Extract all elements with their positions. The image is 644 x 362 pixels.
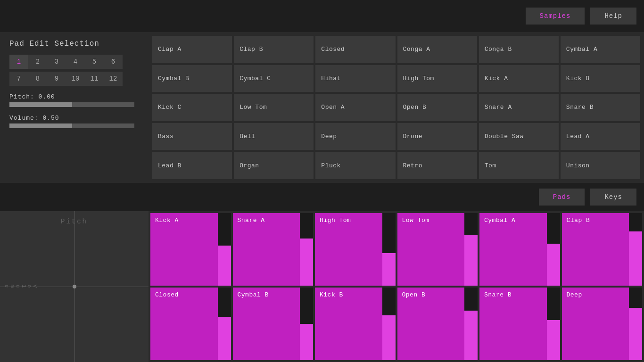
- drum-pad-slider-fill: [464, 235, 478, 286]
- drum-pad-slider-fill: [382, 315, 396, 360]
- drum-pad-slider: [464, 288, 478, 360]
- drum-pad-kick-b[interactable]: Kick B: [315, 288, 396, 360]
- pad-num-5[interactable]: 5: [85, 55, 104, 69]
- drum-pad-label: Open B: [402, 291, 473, 298]
- pad-num-1[interactable]: 1: [9, 55, 28, 69]
- sound-cell-low-tom[interactable]: Low Tom: [234, 94, 314, 121]
- sound-cell-cymbal-c[interactable]: Cymbal C: [234, 65, 314, 92]
- drum-pad-low-tom[interactable]: Low Tom: [397, 213, 478, 286]
- drum-pad-slider-fill: [464, 311, 478, 360]
- sound-cell-organ[interactable]: Organ: [234, 152, 314, 179]
- drum-pad-cymbal-a[interactable]: Cymbal A: [479, 213, 560, 286]
- pads-button[interactable]: Pads: [539, 189, 585, 206]
- pad-num-12[interactable]: 12: [104, 72, 123, 86]
- sound-cell-hihat[interactable]: Hihat: [315, 65, 395, 92]
- drum-pad-label: Low Tom: [402, 217, 473, 224]
- pad-num-6[interactable]: 6: [104, 55, 123, 69]
- sound-cell-pluck[interactable]: Pluck: [315, 152, 395, 179]
- sound-cell-deep[interactable]: Deep: [315, 123, 395, 150]
- sound-cell-lead-b[interactable]: Lead B: [152, 152, 232, 179]
- keys-button[interactable]: Keys: [590, 189, 636, 206]
- sound-cell-open-a[interactable]: Open A: [315, 94, 395, 121]
- pad-numbers-row2: 7 8 9 10 11 12: [9, 72, 139, 86]
- sound-cell-conga-a[interactable]: Conga A: [397, 36, 477, 63]
- sound-cell-retro[interactable]: Retro: [397, 152, 477, 179]
- drum-pad-snare-b[interactable]: Snare B: [479, 288, 560, 360]
- drum-pad-slider: [464, 213, 478, 286]
- main-layout: Pad Edit Selection 1 2 3 4 5 6 7 8 9 10 …: [0, 32, 644, 183]
- sound-cell-clap-b[interactable]: Clap B: [234, 36, 314, 63]
- drum-pad-slider-fill: [300, 324, 313, 360]
- drum-pad-high-tom[interactable]: High Tom: [315, 213, 396, 286]
- sound-cell-clap-a[interactable]: Clap A: [152, 36, 232, 63]
- drum-pad-slider: [382, 288, 396, 360]
- sound-cell-kick-a[interactable]: Kick A: [479, 65, 559, 92]
- pitch-slider-fill: [9, 102, 72, 107]
- drum-pad-slider-fill: [629, 308, 642, 360]
- pad-edit-title: Pad Edit Selection: [9, 40, 139, 48]
- samples-button[interactable]: Samples: [526, 8, 585, 25]
- sound-cell-drone[interactable]: Drone: [397, 123, 477, 150]
- pad-num-11[interactable]: 11: [85, 72, 104, 86]
- drum-pad-slider-fill: [547, 320, 560, 360]
- drum-pad-slider: [547, 213, 560, 286]
- drum-pad-slider: [547, 288, 560, 360]
- pad-num-2[interactable]: 2: [28, 55, 47, 69]
- pad-num-7[interactable]: 7: [9, 72, 28, 86]
- drum-pad-label: Snare A: [238, 217, 309, 224]
- drum-pad-slider-fill: [547, 244, 560, 286]
- sound-cell-snare-b[interactable]: Snare B: [561, 94, 640, 121]
- drum-pad-slider-fill: [629, 231, 642, 286]
- drum-pad-label: Closed: [155, 291, 226, 298]
- xy-pad[interactable]: Pitch Volume: [0, 211, 149, 362]
- drum-pad-label: Kick B: [320, 291, 391, 298]
- volume-axis-label: Volume: [4, 285, 38, 289]
- drum-pad-slider-fill: [382, 253, 396, 286]
- drum-pad-slider: [300, 288, 313, 360]
- pad-num-3[interactable]: 3: [47, 55, 66, 69]
- volume-slider-fill: [9, 123, 72, 128]
- pad-num-8[interactable]: 8: [28, 72, 47, 86]
- sound-cell-high-tom[interactable]: High Tom: [397, 65, 477, 92]
- sound-cell-kick-c[interactable]: Kick C: [152, 94, 232, 121]
- drum-pad-slider: [629, 213, 642, 286]
- drum-pad-open-b[interactable]: Open B: [397, 288, 478, 360]
- sound-cell-conga-b[interactable]: Conga B: [479, 36, 559, 63]
- drum-pad-slider: [382, 213, 396, 286]
- sound-cell-lead-a[interactable]: Lead A: [561, 123, 640, 150]
- drum-pad-label: Clap B: [567, 217, 638, 224]
- drum-pad-label: High Tom: [320, 217, 391, 224]
- drum-pad-slider: [218, 288, 231, 360]
- drum-pad-slider: [629, 288, 642, 360]
- sound-cell-open-b[interactable]: Open B: [397, 94, 477, 121]
- drum-pad-slider: [300, 213, 313, 286]
- sound-cell-snare-a[interactable]: Snare A: [479, 94, 559, 121]
- sound-cell-cymbal-b[interactable]: Cymbal B: [152, 65, 232, 92]
- sound-cell-double-saw[interactable]: Double Saw: [479, 123, 559, 150]
- drum-pad-cymbal-b[interactable]: Cymbal B: [233, 288, 314, 360]
- pad-num-4[interactable]: 4: [66, 55, 85, 69]
- sound-cell-unison[interactable]: Unison: [561, 152, 640, 179]
- drum-pad-kick-a[interactable]: Kick A: [150, 213, 231, 286]
- sound-cell-tom[interactable]: Tom: [479, 152, 559, 179]
- pitch-slider[interactable]: [9, 102, 134, 107]
- help-button[interactable]: Help: [590, 8, 636, 25]
- volume-slider[interactable]: [9, 123, 134, 128]
- drum-pad-slider: [218, 213, 231, 286]
- drum-pad-deep[interactable]: Deep: [562, 288, 643, 360]
- pads-grid: Kick ASnare AHigh TomLow TomCymbal AClap…: [149, 211, 644, 362]
- sound-cell-bass[interactable]: Bass: [152, 123, 232, 150]
- drum-pad-closed[interactable]: Closed: [150, 288, 231, 360]
- bottom-layout: Pitch Volume Kick ASnare AHigh TomLow To…: [0, 211, 644, 362]
- pad-num-10[interactable]: 10: [66, 72, 85, 86]
- drum-pad-clap-b[interactable]: Clap B: [562, 213, 643, 286]
- drum-pad-label: Cymbal B: [238, 291, 309, 298]
- sound-cell-cymbal-a[interactable]: Cymbal A: [561, 36, 640, 63]
- sound-cell-closed[interactable]: Closed: [315, 36, 395, 63]
- drum-pad-snare-a[interactable]: Snare A: [233, 213, 314, 286]
- volume-label: Volume: 0.50: [9, 115, 139, 122]
- sound-cell-bell[interactable]: Bell: [234, 123, 314, 150]
- drum-pad-label: Deep: [567, 291, 638, 298]
- sound-cell-kick-b[interactable]: Kick B: [561, 65, 640, 92]
- pad-num-9[interactable]: 9: [47, 72, 66, 86]
